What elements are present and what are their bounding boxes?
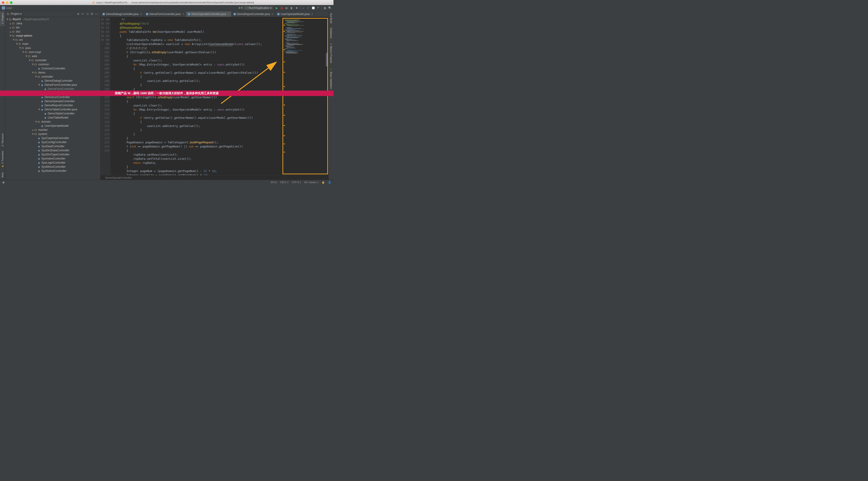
collapse-all-icon[interactable]: ⇤	[81, 12, 85, 16]
close-window-icon[interactable]	[2, 1, 4, 4]
code-editor[interactable]: */ @PostMapping("/list") @ResponseBody p…	[111, 17, 282, 175]
minimap-scrollbar[interactable]	[326, 53, 327, 66]
tree-item[interactable]: DemoDialogController	[5, 79, 100, 83]
tree-item[interactable]: UserTableModel	[5, 116, 100, 120]
traffic-lights[interactable]	[2, 1, 12, 4]
java-class-icon: C	[188, 13, 190, 16]
code-minimap[interactable]	[282, 18, 328, 174]
tree-item[interactable]: ▼DemoTableController.java	[5, 108, 100, 112]
tree-item[interactable]: SysCaptchaController	[5, 136, 100, 140]
vcs-revert-icon[interactable]: ↶	[316, 6, 320, 10]
tree-root[interactable]: ▼RuoYi~/IdeaProjects/RuoYi	[5, 17, 100, 21]
folder-icon: 🗀	[7, 12, 9, 16]
editor-tab[interactable]: CDemoDialogController.java×	[100, 11, 144, 17]
tree-item[interactable]: ▼controller	[5, 58, 100, 62]
close-tab-icon[interactable]: ×	[272, 12, 273, 16]
tree-item[interactable]: SysNoticeController	[5, 169, 100, 173]
search-everywhere-icon[interactable]: 🔍	[328, 6, 332, 10]
tree-item[interactable]: SysIndexController	[5, 156, 100, 161]
tree-item[interactable]: ▼com.ruoyi	[5, 50, 100, 54]
tree-item[interactable]: DemoReportController	[5, 103, 100, 108]
structure-tool-button[interactable]: Z: Structure	[0, 131, 5, 149]
tree-item[interactable]: ▼web	[5, 54, 100, 58]
tree-item[interactable]: ▼main	[5, 42, 100, 46]
tree-item[interactable]: ▸doc	[5, 30, 100, 34]
editor-tab[interactable]: CUserOperateModel.java×	[275, 11, 315, 17]
spring-boot-icon: ⬡	[245, 6, 248, 9]
java-class-icon: C	[234, 13, 236, 16]
tree-item[interactable]: ▼controller	[5, 74, 100, 79]
tree-item[interactable]: ▼java	[5, 46, 100, 50]
tree-item[interactable]: SysLoginController	[5, 161, 100, 165]
tool-windows-toggle-icon[interactable]: ▣	[2, 181, 5, 184]
file-encoding[interactable]: UTF-8 ‡	[292, 181, 301, 184]
java-class-icon: C	[277, 13, 280, 16]
close-tab-icon[interactable]: ×	[141, 12, 142, 16]
tree-item[interactable]: ▼system	[5, 132, 100, 136]
zoom-window-icon[interactable]	[10, 1, 12, 4]
breadcrumb-root[interactable]: ruoyi	[6, 6, 12, 9]
tree-item[interactable]: ▼ruoyi-admin	[5, 34, 100, 38]
tree-item[interactable]: ▼common	[5, 62, 100, 66]
project-structure-icon[interactable]: ▦	[323, 6, 327, 10]
tree-item[interactable]: UserOperateModel	[5, 124, 100, 128]
tree-item[interactable]: SysDictDataController	[5, 148, 100, 152]
run-coverage-icon[interactable]: ◐	[285, 6, 288, 10]
navigation-breadcrumb[interactable]: ruoyi 〉	[2, 6, 16, 10]
close-tab-icon[interactable]: ×	[182, 12, 184, 16]
bean-validation-tool-button[interactable]: ✓Bean Validation	[329, 65, 334, 91]
tree-item[interactable]: SysConfigController	[5, 140, 100, 144]
vcs-update-icon[interactable]: ↙	[301, 6, 305, 10]
web-tool-button[interactable]: Web	[0, 170, 5, 180]
panel-title[interactable]: Project ▾	[11, 12, 22, 16]
run-button[interactable]: ▶	[275, 6, 278, 10]
close-tab-icon[interactable]: ×	[228, 12, 229, 16]
caret-position[interactable]: 33:14	[271, 181, 277, 184]
tree-item[interactable]: DemoTableController	[5, 112, 100, 116]
tree-item[interactable]: SysDictTypeController	[5, 152, 100, 156]
editor-gutter: 87 88 89 90 91 92 93 94 95 96 97 98 99 1…	[100, 17, 111, 175]
tree-item[interactable]: SysDeptController	[5, 144, 100, 148]
profile-icon[interactable]: ◧	[290, 6, 293, 10]
tree-item[interactable]: CommonController	[5, 66, 100, 70]
maven-tool-button[interactable]: mMaven Projects	[329, 41, 334, 65]
readonly-lock-icon[interactable]: 🔒	[322, 181, 325, 184]
tree-item[interactable]: ▼domain	[5, 120, 100, 124]
run-config-selector[interactable]: ⬡ RuoYiApplication ▾	[244, 6, 273, 10]
expand-all-icon[interactable]: ⇥	[85, 12, 89, 16]
tree-item[interactable]: ▸bin	[5, 26, 100, 30]
close-tab-icon[interactable]: ×	[311, 12, 313, 16]
vcs-history-icon[interactable]: 🕓	[311, 6, 315, 10]
tree-item[interactable]: DemoOperateController	[5, 99, 100, 103]
project-icon	[2, 6, 5, 9]
chevron-down-icon: ▾	[20, 12, 22, 16]
stop-icon[interactable]: ■	[295, 6, 299, 10]
editor-tab[interactable]: CDemoReportController.java×	[231, 11, 275, 17]
build-icon[interactable]: ⬇⚒	[239, 6, 242, 10]
ant-build-tool-button[interactable]: Ant Build	[329, 11, 334, 26]
editor-breadcrumb[interactable]: DemoOperateController	[100, 175, 329, 180]
project-tool-button[interactable]: 1: Project	[0, 11, 5, 26]
run-config-label: RuoYiApplication	[249, 6, 269, 9]
project-tree[interactable]: ▼RuoYi~/IdeaProjects/RuoYi▸.idea▸bin▸doc…	[5, 17, 100, 180]
hide-panel-icon[interactable]: —	[94, 12, 98, 16]
editor-tabs[interactable]: CDemoDialogController.java×CDemoFormCont…	[100, 11, 329, 17]
tree-item[interactable]: ▼demo	[5, 70, 100, 74]
minimize-window-icon[interactable]	[6, 1, 8, 4]
settings-icon[interactable]: ⚙	[90, 12, 94, 16]
database-tool-button[interactable]: Database	[329, 26, 334, 41]
tree-item[interactable]: ▸.idea	[5, 21, 100, 26]
debug-button[interactable]: 🐞	[280, 6, 283, 10]
tree-item[interactable]: ▼src	[5, 38, 100, 42]
scroll-from-source-icon[interactable]: ⊕	[76, 12, 80, 16]
tree-item[interactable]: ▼DemoFormController.java	[5, 83, 100, 87]
editor-tab[interactable]: CDemoOperateController.java×	[186, 11, 231, 17]
line-separator[interactable]: CRLF ‡	[280, 181, 289, 184]
tree-item[interactable]: ▸monitor	[5, 128, 100, 132]
favorites-tool-button[interactable]: ★2: Favorites	[0, 149, 5, 170]
vcs-commit-icon[interactable]: ✓	[306, 6, 310, 10]
inspections-indicator-icon[interactable]: 👤	[328, 181, 331, 184]
git-branch[interactable]: Git: master ‡	[304, 181, 318, 184]
tree-item[interactable]: SysMenuController	[5, 165, 100, 169]
editor-tab[interactable]: CDemoFormController.java×	[144, 11, 186, 17]
